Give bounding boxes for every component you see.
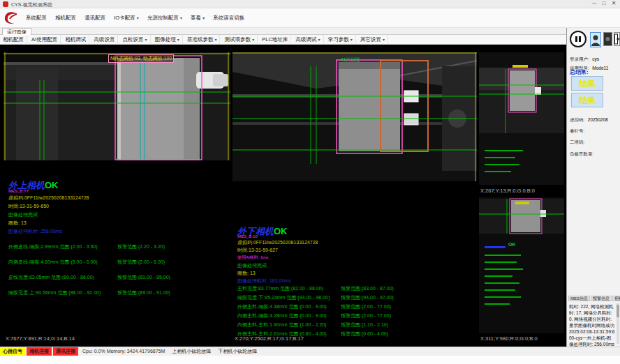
fault-message-lower: 下相机小砍轮故障 bbox=[218, 349, 257, 354]
toolbar-test-params[interactable]: 测试项参数 ▾ bbox=[222, 35, 258, 45]
result-badge: 结果 bbox=[571, 93, 603, 107]
toolbar-other-settings[interactable]: 其它设置 ▾ bbox=[357, 35, 388, 45]
menu-item-view[interactable]: 查看 ▾ bbox=[187, 8, 208, 28]
toolbar-ai-config[interactable]: AI使用配置 bbox=[29, 35, 61, 45]
menu-item-comm-config[interactable]: 通讯配置 bbox=[81, 8, 109, 28]
warn-range: 预警范围:(81.00 - 85.00) bbox=[117, 274, 170, 281]
menu-item-language-switch[interactable]: 系统语言切换 bbox=[209, 8, 248, 28]
toolbar-baseline-params[interactable]: 基准线参数 ▾ bbox=[184, 35, 221, 45]
warn-range: 预警范围:(2.00 - 77.00) bbox=[341, 303, 391, 310]
pause-button[interactable] bbox=[570, 31, 586, 47]
result-badge: 结果 bbox=[571, 76, 603, 91]
status-bar: 心跳信号相机连接通讯连接Cpu: 0.0% Memory: 3424.41796… bbox=[0, 347, 620, 356]
main-view-area: N静态阈值:93, 动态阈值:100 外上相机OK MES_B:TT 虚拟码:0… bbox=[0, 45, 566, 347]
time-label: 时间:13-31-59-627 bbox=[237, 247, 278, 254]
measure-row: 隔膜宽度-上:90.56mm 范围:(88.00 - 92.00) bbox=[8, 289, 101, 296]
camera-thumb-top-view[interactable] bbox=[479, 52, 564, 185]
measure-row: 外侧皮线-隔膜:2.99mm 范围:(2.00 - 3.50) bbox=[8, 243, 98, 250]
toolbar-camera-config[interactable]: 相机配置 bbox=[0, 35, 27, 45]
toolbar-advanced-settings[interactable]: 高级设置 bbox=[91, 35, 118, 45]
toolbar-camera-debug[interactable]: 相机调试 bbox=[62, 35, 89, 45]
camera-status-ok: OK bbox=[274, 226, 288, 236]
mes-byte-label: MES_B:10 bbox=[237, 234, 258, 238]
menu-item-light-config[interactable]: 光源控制配置 ▾ bbox=[144, 8, 186, 28]
camera-capture-button[interactable] bbox=[603, 32, 612, 46]
camera-panel-lower-outer: AI识别框 外下相机OK MES_B:10 虚拟码:0FF11iw2025020… bbox=[232, 52, 477, 338]
cursor-coordinates: X:311;Y:980;R:0;G:0;B:0 bbox=[480, 335, 538, 342]
chevron-down-icon: ▾ bbox=[145, 38, 147, 42]
log-tabs: MES信息报警信息相机信息 bbox=[568, 296, 620, 302]
camera-thumb-bottom-view[interactable] bbox=[479, 197, 564, 333]
cpu-memory-status: Cpu: 0.0% Memory: 3424.41796875M bbox=[82, 349, 165, 354]
camera-thumb-top bbox=[479, 52, 564, 185]
measure-row: 内侧主料-主料:1.90mm 范围:(1.00 - 2.20) bbox=[237, 321, 327, 328]
camera-view-upper-outer[interactable] bbox=[3, 52, 230, 160]
measure-row: 主料宽度:83.77mm 范围:(82.00 - 88.00) bbox=[237, 285, 323, 292]
turns-label: 圈数: 13 bbox=[237, 270, 256, 277]
login-user-button[interactable] bbox=[590, 32, 601, 47]
cursor-coordinates: X:270;Y:2502;R:17;G:17;B:17 bbox=[235, 335, 304, 342]
toolbar-image-processing[interactable]: 图像处理 ▾ bbox=[152, 35, 183, 45]
comm-connection-badge: 通讯连接 bbox=[53, 347, 78, 356]
warn-range: 预警范围:(2.00 - 77.00) bbox=[341, 312, 391, 319]
total-result-label: 总结果: bbox=[570, 68, 589, 76]
warn-range: 预警范围:(2.20 - 3.20) bbox=[117, 243, 165, 250]
measure-row: 内侧皮线-隔膜:4.60mm 范围:(3.00 - 6.00) bbox=[8, 259, 98, 266]
cursor-coordinates: X:7677;Y:891;R:14;G:14;B:14 bbox=[6, 335, 75, 342]
brand-logo-icon bbox=[3, 10, 20, 26]
menu-item-io-config[interactable]: IO卡配置 ▾ bbox=[110, 8, 142, 28]
log-message: 耗时: 222, 网络检测耗时: 17, 网络分具耗时: 0, 网络视频分区耗时… bbox=[569, 303, 615, 347]
menu-item-system-config[interactable]: 系统配置 bbox=[22, 8, 50, 28]
warn-range: 预警范围:(1.10 - 2.10) bbox=[341, 321, 388, 328]
measure-row: 外侧主料-隔膜:4.38mm 范围:(0.00 - 9.00) bbox=[237, 303, 327, 310]
qr-code-label: 二维码: bbox=[570, 139, 584, 144]
cursor-coordinates: X:267;Y:13;R:0;G:0;B:0 bbox=[480, 188, 535, 194]
toolbar-plc-address[interactable]: PLC地址库 bbox=[259, 35, 291, 45]
chevron-down-icon: ▾ bbox=[180, 16, 182, 20]
virtual-code-label: 虚拟码:0FF11iw20250208133124728 bbox=[8, 195, 89, 202]
tab-run-image[interactable]: 运行图像 bbox=[2, 28, 31, 35]
minimize-icon[interactable]: ─ bbox=[589, 0, 599, 6]
chevron-down-icon: ▾ bbox=[137, 16, 139, 20]
log-scrollbar[interactable] bbox=[617, 303, 619, 344]
chevron-down-icon: ▾ bbox=[177, 38, 179, 42]
app-icon bbox=[3, 1, 8, 7]
maximize-icon[interactable]: □ bbox=[599, 0, 609, 6]
ai-time-label: 使用AI耗时: 1ms bbox=[237, 255, 268, 261]
toolbar-advanced-debug[interactable]: 高级调试 ▾ bbox=[293, 35, 323, 45]
thumb-status-ok: OK bbox=[508, 242, 516, 247]
window-title: CYS-视觉检测系统 bbox=[11, 1, 52, 8]
tab-mes-info[interactable]: MES信息 bbox=[568, 296, 590, 301]
camera-panel-upper-outer: N静态阈值:93, 动态阈值:100 外上相机OK MES_B:TT 虚拟码:0… bbox=[3, 52, 230, 338]
app-window: CYS-视觉检测系统 ─□✕ 系统配置 相机配置 通讯配置 IO卡配置 ▾ 光源… bbox=[0, 0, 620, 364]
virtual-code-value: 20250208 bbox=[588, 117, 608, 122]
fault-message-upper: 上相机小砍轮故障 bbox=[172, 349, 211, 354]
process-done-label: 图像处理完成 bbox=[8, 211, 38, 218]
camera-view-lower-outer[interactable] bbox=[232, 52, 477, 181]
warn-range: 预警范围:(2.00 - 6.00) bbox=[117, 259, 165, 266]
camera-connection-badge: 相机连接 bbox=[27, 347, 52, 356]
toolbar-learning-params[interactable]: 学习参数 ▾ bbox=[325, 35, 356, 45]
warn-range: 预警范围:(89.00 - 91.00) bbox=[117, 289, 170, 296]
chevron-down-icon: ▾ bbox=[318, 38, 320, 42]
tab-alarm-info[interactable]: 报警信息 bbox=[591, 296, 612, 301]
exit-button[interactable] bbox=[614, 32, 620, 46]
tab-camera-info[interactable]: 相机信息 bbox=[612, 296, 620, 301]
chevron-down-icon: ▾ bbox=[202, 16, 205, 20]
camera-thumb-bottom: OK bbox=[479, 197, 564, 333]
turns-label: 圈数: 13 bbox=[8, 220, 27, 227]
title-bar: CYS-视觉检测系统 ─□✕ bbox=[0, 0, 620, 8]
menu-bar: 系统配置 相机配置 通讯配置 IO卡配置 ▾ 光源控制配置 ▾ 查看 ▾ 系统语… bbox=[0, 8, 620, 28]
measure-row: 内侧主料-隔膜:4.28mm 范围:(0.00 - 9.00) bbox=[237, 312, 327, 319]
toolbar-spot-check[interactable]: 点检设置 ▾ bbox=[119, 35, 150, 45]
close-icon[interactable]: ✕ bbox=[609, 0, 619, 6]
camera-status-ok: OK bbox=[45, 180, 59, 190]
warn-range: 预警范围:(0.60 - 4.00) bbox=[341, 331, 388, 338]
toolbar: 相机配置 AI使用配置 相机调试 高级设置 点检设置 ▾ 图像处理 ▾ 基准线参… bbox=[0, 35, 566, 45]
chevron-down-icon: ▾ bbox=[383, 38, 385, 42]
model-value: Mode11 bbox=[592, 66, 608, 70]
mes-byte-label: MES_B:TT bbox=[8, 189, 29, 193]
menu-item-camera-config[interactable]: 相机配置 bbox=[52, 8, 80, 28]
right-sidebar: 登录用户: cys 使用型号: Mode11 总结果: 结果 结果 虚拟码: 2… bbox=[566, 28, 620, 347]
virtual-code-label: 虚拟码: bbox=[570, 117, 584, 122]
